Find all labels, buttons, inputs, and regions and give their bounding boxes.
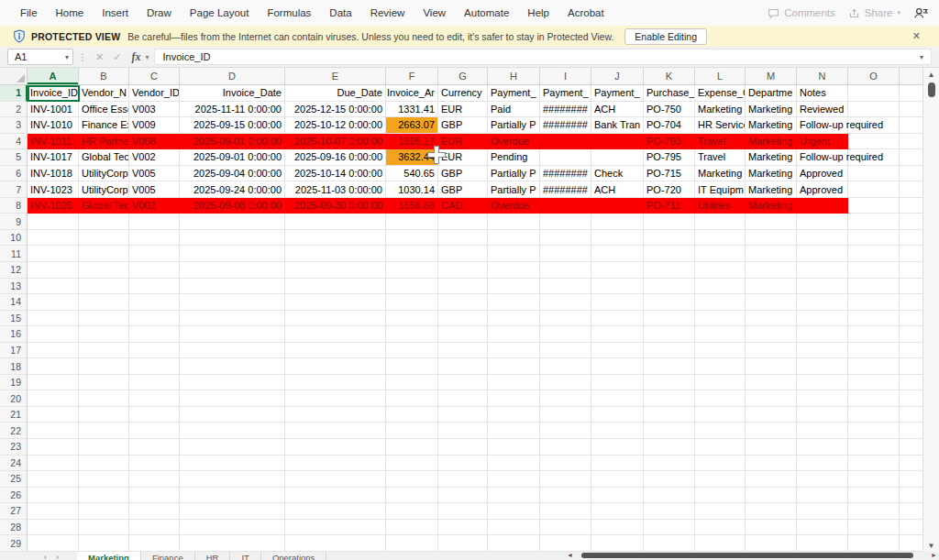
- cell-B2[interactable]: Office Esse: [79, 102, 129, 118]
- cell-F1[interactable]: Invoice_Ar: [386, 85, 438, 102]
- cell-D14[interactable]: [180, 294, 285, 311]
- cell-F6[interactable]: 540.65: [386, 166, 438, 182]
- cell-G24[interactable]: [438, 456, 488, 472]
- cell-J25[interactable]: [591, 471, 644, 488]
- cell-K12[interactable]: [644, 262, 695, 279]
- cell-D27[interactable]: [180, 503, 285, 520]
- enable-editing-button[interactable]: Enable Editing: [624, 28, 707, 45]
- row-header-24[interactable]: 24: [0, 456, 28, 472]
- enter-icon[interactable]: ✓: [113, 51, 121, 63]
- row-header-27[interactable]: 27: [0, 503, 28, 520]
- cell-M29[interactable]: [746, 535, 797, 552]
- row-header-9[interactable]: 9: [0, 214, 28, 230]
- cell-D24[interactable]: [180, 456, 285, 472]
- presenter-button[interactable]: [913, 6, 928, 19]
- cell-L24[interactable]: [695, 456, 746, 472]
- cell-E20[interactable]: [285, 390, 386, 407]
- cell-F16[interactable]: [386, 326, 438, 343]
- cell-G25[interactable]: [438, 471, 488, 488]
- cell-L1[interactable]: Expense_C: [695, 85, 746, 102]
- cell-L5[interactable]: Travel: [695, 149, 746, 166]
- cell-K4[interactable]: PO-793: [644, 134, 695, 150]
- cell-O27[interactable]: [848, 503, 900, 520]
- column-header-M[interactable]: M: [746, 68, 797, 84]
- cell-B9[interactable]: [79, 214, 129, 230]
- cell-A2[interactable]: INV-1001: [28, 102, 79, 118]
- cell-A15[interactable]: [28, 311, 79, 327]
- cell-N4[interactable]: Urgent: [797, 134, 848, 150]
- menu-item-page-layout[interactable]: Page Layout: [181, 7, 259, 18]
- cell-D18[interactable]: [180, 358, 285, 375]
- cell-O22[interactable]: [848, 423, 900, 439]
- cell-G1[interactable]: Currency: [438, 85, 488, 102]
- row-header-2[interactable]: 2: [0, 102, 28, 118]
- cell-I12[interactable]: [540, 262, 591, 279]
- cell-I3[interactable]: ########: [540, 117, 591, 134]
- cell-J29[interactable]: [591, 535, 644, 552]
- cell-K25[interactable]: [644, 471, 695, 488]
- cell-I10[interactable]: [540, 230, 591, 247]
- cell-J26[interactable]: [591, 488, 644, 504]
- row-header-19[interactable]: 19: [0, 375, 28, 391]
- cell-D19[interactable]: [180, 375, 285, 391]
- cell-D16[interactable]: [180, 326, 285, 343]
- cell-O28[interactable]: [848, 520, 900, 536]
- cell-G19[interactable]: [438, 375, 488, 391]
- cell-B23[interactable]: [79, 439, 129, 456]
- cell-E17[interactable]: [285, 343, 386, 359]
- cell-E29[interactable]: [285, 535, 386, 552]
- cell-A13[interactable]: [28, 279, 79, 295]
- cell-O1[interactable]: [848, 85, 900, 102]
- cell-O2[interactable]: [848, 102, 900, 118]
- cell-E15[interactable]: [285, 311, 386, 327]
- row-header-13[interactable]: 13: [0, 279, 28, 295]
- cell-N16[interactable]: [797, 326, 848, 343]
- cell-O20[interactable]: [848, 390, 900, 407]
- row-header-18[interactable]: 18: [0, 358, 28, 375]
- cell-J28[interactable]: [591, 520, 644, 536]
- cell-F11[interactable]: [386, 246, 438, 262]
- cell-F12[interactable]: [386, 262, 438, 279]
- cell-D1[interactable]: Invoice_Date: [180, 85, 285, 102]
- cell-F13[interactable]: [386, 279, 438, 295]
- cell-D4[interactable]: 2025-09-01 0:00:00: [180, 134, 285, 150]
- cell-H3[interactable]: Partially P: [488, 117, 540, 134]
- cell-C22[interactable]: [129, 423, 180, 439]
- cell-O12[interactable]: [848, 262, 900, 279]
- cell-L2[interactable]: Marketing: [695, 102, 746, 118]
- cell-F28[interactable]: [386, 520, 438, 536]
- cell-L13[interactable]: [695, 279, 746, 295]
- cell-H26[interactable]: [488, 488, 540, 504]
- cell-L25[interactable]: [695, 471, 746, 488]
- cell-C7[interactable]: V005: [129, 181, 180, 198]
- cell-K23[interactable]: [644, 439, 695, 456]
- cell-A27[interactable]: [28, 503, 79, 520]
- vertical-scroll-thumb[interactable]: [928, 82, 935, 97]
- column-header-E[interactable]: E: [285, 68, 386, 84]
- cell-A14[interactable]: [28, 294, 79, 311]
- cell-H22[interactable]: [488, 423, 540, 439]
- cell-C20[interactable]: [129, 390, 180, 407]
- cell-K29[interactable]: [644, 535, 695, 552]
- cell-I2[interactable]: ########: [540, 102, 591, 118]
- cell-F4[interactable]: 1595.17: [386, 134, 438, 150]
- cell-C14[interactable]: [129, 294, 180, 311]
- cell-M14[interactable]: [746, 294, 797, 311]
- cell-A8[interactable]: INV-1025: [28, 198, 79, 214]
- cell-N29[interactable]: [797, 535, 848, 552]
- cell-F29[interactable]: [386, 535, 438, 552]
- cell-I21[interactable]: [540, 407, 591, 423]
- cell-G9[interactable]: [438, 214, 488, 230]
- cell-M4[interactable]: Marketing: [746, 134, 797, 150]
- cell-D6[interactable]: 2025-09-04 0:00:00: [180, 166, 285, 182]
- cell-H2[interactable]: Paid: [488, 102, 540, 118]
- cell-E1[interactable]: Due_Date: [285, 85, 386, 102]
- cell-G7[interactable]: GBP: [438, 181, 488, 198]
- cell-C24[interactable]: [129, 456, 180, 472]
- cell-M26[interactable]: [746, 488, 797, 504]
- cell-E28[interactable]: [285, 520, 386, 536]
- cell-I5[interactable]: [540, 149, 591, 166]
- cell-D10[interactable]: [180, 230, 285, 247]
- cell-G17[interactable]: [438, 343, 488, 359]
- column-header-K[interactable]: K: [644, 68, 695, 84]
